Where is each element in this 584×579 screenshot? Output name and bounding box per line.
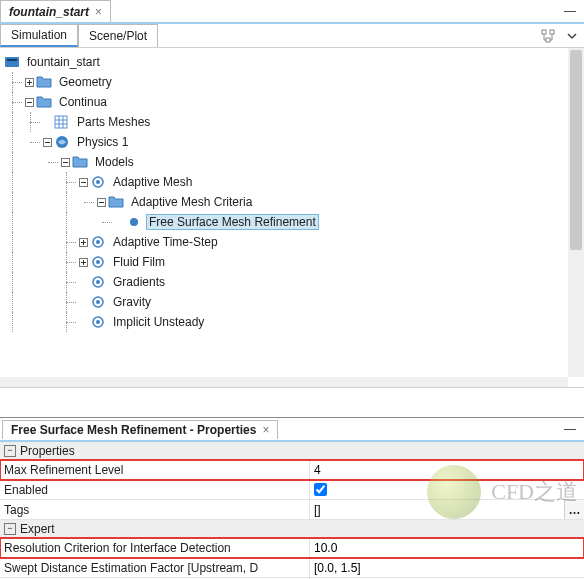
minimize-icon: — xyxy=(564,422,576,436)
prop-name: Enabled xyxy=(0,480,310,499)
tree-node-models[interactable]: Models xyxy=(4,152,568,172)
prop-value-input[interactable] xyxy=(314,541,584,555)
criterion-icon xyxy=(126,214,142,230)
properties-tab[interactable]: Free Surface Mesh Refinement - Propertie… xyxy=(2,420,278,439)
prop-name: Swept Distance Estimation Factor [Upstre… xyxy=(0,558,310,577)
prop-tags: Tags … xyxy=(0,500,584,520)
svg-point-18 xyxy=(96,240,100,244)
svg-rect-0 xyxy=(542,30,546,34)
prop-checkbox[interactable] xyxy=(314,483,327,496)
prop-value-input[interactable] xyxy=(314,561,584,575)
tab-scene-plot-label: Scene/Plot xyxy=(89,29,147,43)
expand-icon[interactable] xyxy=(76,255,90,269)
prop-name: Tags xyxy=(0,500,310,519)
svg-rect-1 xyxy=(550,30,554,34)
prop-name: Resolution Criterion for Interface Detec… xyxy=(0,538,310,557)
svg-rect-4 xyxy=(7,59,17,61)
close-icon[interactable]: × xyxy=(262,423,269,437)
svg-point-23 xyxy=(96,280,100,284)
tree-node-adaptive-mesh-criteria[interactable]: Adaptive Mesh Criteria xyxy=(4,192,568,212)
properties-tab-bar: Free Surface Mesh Refinement - Propertie… xyxy=(0,418,584,442)
prop-value-input[interactable] xyxy=(314,463,584,477)
folder-icon xyxy=(36,74,52,90)
category-label: Properties xyxy=(20,444,75,458)
prop-name: Max Refinement Level xyxy=(0,460,310,479)
tree-label: Adaptive Time-Step xyxy=(110,234,221,250)
tree-label: Adaptive Mesh Criteria xyxy=(128,194,255,210)
tree-label: fountain_start xyxy=(24,54,103,70)
horizontal-scrollbar[interactable] xyxy=(0,377,568,387)
tree-label: Fluid Film xyxy=(110,254,168,270)
tree-node-root[interactable]: fountain_start xyxy=(4,52,568,72)
tree-options-icon[interactable] xyxy=(536,24,560,47)
tab-simulation-label: Simulation xyxy=(11,28,67,42)
tree-node-parts-meshes[interactable]: Parts Meshes xyxy=(4,112,568,132)
simulation-icon xyxy=(4,54,20,70)
tree-node-physics1[interactable]: Physics 1 xyxy=(4,132,568,152)
collapse-icon[interactable] xyxy=(22,95,36,109)
tab-simulation[interactable]: Simulation xyxy=(0,24,78,47)
expand-icon[interactable] xyxy=(22,75,36,89)
simulation-tree: fountain_start Geometry Continua xyxy=(0,48,584,388)
folder-icon xyxy=(108,194,124,210)
category-properties[interactable]: − Properties xyxy=(0,442,584,460)
tree-label: Implicit Unsteady xyxy=(110,314,207,330)
model-node-icon xyxy=(90,274,106,290)
tree-node-adaptive-time-step[interactable]: Adaptive Time-Step xyxy=(4,232,568,252)
close-icon[interactable]: × xyxy=(95,5,102,19)
collapse-icon[interactable] xyxy=(94,195,108,209)
tree-label: Parts Meshes xyxy=(74,114,153,130)
tree-node-free-surface-mesh-refinement[interactable]: Free Surface Mesh Refinement xyxy=(4,212,568,232)
tree-node-geometry[interactable]: Geometry xyxy=(4,72,568,92)
category-expert[interactable]: − Expert xyxy=(0,520,584,538)
tree-node-gravity[interactable]: Gravity xyxy=(4,292,568,312)
category-label: Expert xyxy=(20,522,55,536)
model-node-icon xyxy=(90,314,106,330)
chevron-down-icon[interactable] xyxy=(560,24,584,47)
model-node-icon xyxy=(90,234,106,250)
tree-node-gradients[interactable]: Gradients xyxy=(4,272,568,292)
editor-tab-bar: fountain_start × — xyxy=(0,0,584,24)
svg-rect-2 xyxy=(546,38,550,42)
minimize-button[interactable]: — xyxy=(556,422,584,436)
model-node-icon xyxy=(90,294,106,310)
folder-icon xyxy=(72,154,88,170)
svg-rect-3 xyxy=(5,57,19,67)
svg-point-21 xyxy=(96,260,100,264)
tree-node-fluid-film[interactable]: Fluid Film xyxy=(4,252,568,272)
prop-resolution-criterion: Resolution Criterion for Interface Detec… xyxy=(0,538,584,558)
model-node-icon xyxy=(90,254,106,270)
svg-point-27 xyxy=(96,320,100,324)
tree-label: Continua xyxy=(56,94,110,110)
minimize-button[interactable]: — xyxy=(556,0,584,22)
collapse-icon[interactable] xyxy=(40,135,54,149)
expand-icon[interactable] xyxy=(76,235,90,249)
tree-label: Physics 1 xyxy=(74,134,131,150)
tree-label: Adaptive Mesh xyxy=(110,174,195,190)
collapse-icon[interactable] xyxy=(76,175,90,189)
editor-tab-label: fountain_start xyxy=(9,5,89,19)
vertical-scrollbar[interactable] xyxy=(568,48,584,377)
minimize-icon: — xyxy=(564,4,576,18)
ellipsis-button[interactable]: … xyxy=(564,500,584,519)
tree-node-continua[interactable]: Continua xyxy=(4,92,568,112)
collapse-icon[interactable] xyxy=(58,155,72,169)
svg-rect-7 xyxy=(55,116,67,128)
collapse-icon[interactable]: − xyxy=(4,523,16,535)
collapse-icon[interactable]: − xyxy=(4,445,16,457)
panel-splitter[interactable] xyxy=(0,388,584,418)
tree-label: Gravity xyxy=(110,294,154,310)
editor-tab-fountain-start[interactable]: fountain_start × xyxy=(0,0,111,22)
tab-scene-plot[interactable]: Scene/Plot xyxy=(78,24,158,47)
prop-value-input[interactable] xyxy=(314,503,584,517)
prop-max-refinement-level: Max Refinement Level xyxy=(0,460,584,480)
model-node-icon xyxy=(90,174,106,190)
folder-icon xyxy=(36,94,52,110)
svg-point-25 xyxy=(96,300,100,304)
mesh-icon xyxy=(54,114,70,130)
properties-title: Free Surface Mesh Refinement - Propertie… xyxy=(11,423,256,437)
prop-swept-distance: Swept Distance Estimation Factor [Upstre… xyxy=(0,558,584,578)
tree-node-adaptive-mesh[interactable]: Adaptive Mesh xyxy=(4,172,568,192)
physics-icon xyxy=(54,134,70,150)
tree-node-implicit-unsteady[interactable]: Implicit Unsteady xyxy=(4,312,568,332)
